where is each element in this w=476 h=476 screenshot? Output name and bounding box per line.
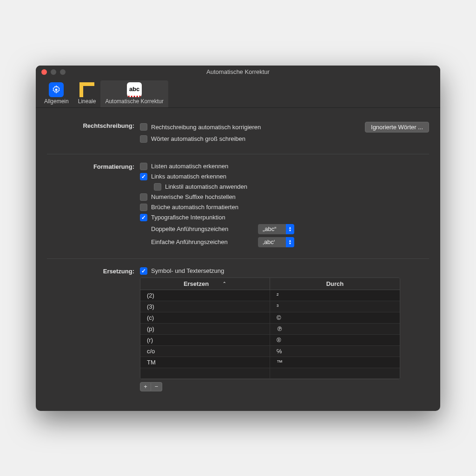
tab-label: Lineale — [78, 98, 96, 105]
checkbox-link-style[interactable] — [154, 183, 161, 191]
tab-label: Allgemein — [44, 98, 69, 105]
label-numeric-suffix: Numerische Suffixe hochstellen — [151, 193, 236, 200]
label-auto-links: Links automatisch erkennen — [151, 173, 226, 180]
dropdown-double-quotes[interactable]: „abc“ ▲▼ — [258, 224, 294, 234]
cell-with: ² — [270, 290, 400, 301]
ignored-words-button[interactable]: Ignorierte Wörter ... — [365, 122, 429, 132]
remove-button[interactable]: − — [151, 382, 162, 391]
replacement-table: Ersetzen ⌃ Durch (2)²(3)³(c)©(p)℗(r)®c/o… — [140, 278, 400, 379]
minimize-icon[interactable] — [51, 69, 56, 75]
dropdown-value: ‚abc‘ — [258, 237, 286, 247]
label-fractions: Brüche automatisch formatierten — [151, 204, 238, 211]
gear-icon — [49, 82, 64, 97]
content: Rechtschreibung: Rechtschreibung automat… — [36, 108, 440, 411]
add-button[interactable]: + — [140, 382, 151, 391]
tab-general[interactable]: Allgemein — [40, 80, 73, 107]
table-row[interactable] — [140, 368, 400, 379]
label-typographic: Typografische Interpunktion — [151, 214, 225, 221]
cell-with: © — [270, 312, 400, 323]
label-link-style: Linkstil automatisch anwenden — [165, 183, 247, 190]
titlebar: Automatische Korrektur — [36, 66, 440, 79]
cell-replace: c/o — [140, 346, 270, 357]
abc-icon: abc — [127, 82, 142, 97]
chevron-updown-icon: ▲▼ — [286, 237, 294, 247]
cell-replace: TM — [140, 357, 270, 368]
dropdown-value: „abc“ — [258, 224, 286, 234]
label-auto-correct: Rechtschreibung automatisch korrigieren — [151, 124, 261, 131]
cell-with: ™ — [270, 357, 400, 368]
label-capitalize: Wörter automatisch groß schreiben — [151, 135, 245, 142]
checkbox-auto-lists[interactable] — [140, 163, 147, 170]
chevron-updown-icon: ▲▼ — [286, 224, 294, 234]
checkbox-replacement[interactable] — [140, 267, 147, 275]
checkbox-numeric-suffix[interactable] — [140, 193, 147, 201]
chevron-up-icon: ⌃ — [223, 281, 226, 286]
section-replacement: Ersetzung: Symbol- und Textersetzung Ers… — [47, 258, 429, 397]
cell-replace: (p) — [140, 324, 270, 334]
table-row[interactable]: TM™ — [140, 357, 400, 368]
checkbox-auto-links[interactable] — [140, 173, 147, 180]
table-row[interactable]: c/o℅ — [140, 346, 400, 357]
checkbox-fractions[interactable] — [140, 204, 147, 211]
tab-autocorrect[interactable]: abc Automatische Korrektur — [100, 80, 168, 107]
ruler-icon — [79, 82, 94, 97]
cell-with: ℅ — [270, 346, 400, 357]
checkbox-auto-correct[interactable] — [140, 123, 147, 131]
section-spelling: Rechtschreibung: Rechtschreibung automat… — [47, 116, 429, 151]
cell-replace: (r) — [140, 335, 270, 345]
cell-replace — [140, 368, 270, 378]
tab-rulers[interactable]: Lineale — [73, 80, 101, 107]
label-double-quotes: Doppelte Anführungszeichen — [151, 225, 253, 232]
label-single-quotes: Einfache Anführungszeichen — [151, 238, 253, 245]
cell-replace: (3) — [140, 301, 270, 312]
window-title: Automatische Korrektur — [36, 68, 440, 75]
column-header-replace[interactable]: Ersetzen ⌃ — [140, 278, 270, 290]
section-heading: Rechtschreibung: — [47, 122, 140, 145]
dropdown-single-quotes[interactable]: ‚abc‘ ▲▼ — [258, 237, 294, 247]
cell-replace: (c) — [140, 312, 270, 323]
maximize-icon[interactable] — [60, 69, 66, 75]
column-header-label: Ersetzen — [184, 280, 209, 287]
cell-replace: (2) — [140, 290, 270, 301]
table-row[interactable]: (p)℗ — [140, 324, 400, 335]
label-replacement: Symbol- und Textersetzung — [151, 267, 224, 274]
cell-with — [270, 368, 400, 378]
label-auto-lists: Listen automatisch erkennen — [151, 163, 228, 170]
checkbox-typographic[interactable] — [140, 214, 147, 221]
toolbar: Allgemein Lineale abc Automatische Korre… — [36, 79, 440, 108]
cell-with: ³ — [270, 301, 400, 312]
table-row[interactable]: (r)® — [140, 335, 400, 346]
svg-point-0 — [55, 88, 58, 91]
table-row[interactable]: (2)² — [140, 290, 400, 301]
cell-with: ® — [270, 335, 400, 345]
cell-with: ℗ — [270, 324, 400, 334]
checkbox-capitalize[interactable] — [140, 135, 147, 143]
section-heading: Formatierung: — [47, 163, 140, 250]
table-row[interactable]: (c)© — [140, 312, 400, 324]
column-header-label: Durch — [326, 280, 344, 287]
section-formatting: Formatierung: Listen automatisch erkenne… — [47, 154, 429, 256]
close-icon[interactable] — [41, 69, 47, 75]
table-row[interactable]: (3)³ — [140, 301, 400, 312]
traffic-lights — [36, 69, 66, 75]
section-heading: Ersetzung: — [47, 267, 140, 391]
tab-label: Automatische Korrektur — [105, 98, 163, 105]
preferences-window: Automatische Korrektur Allgemein Lineale… — [36, 66, 440, 411]
column-header-with[interactable]: Durch — [270, 278, 400, 290]
